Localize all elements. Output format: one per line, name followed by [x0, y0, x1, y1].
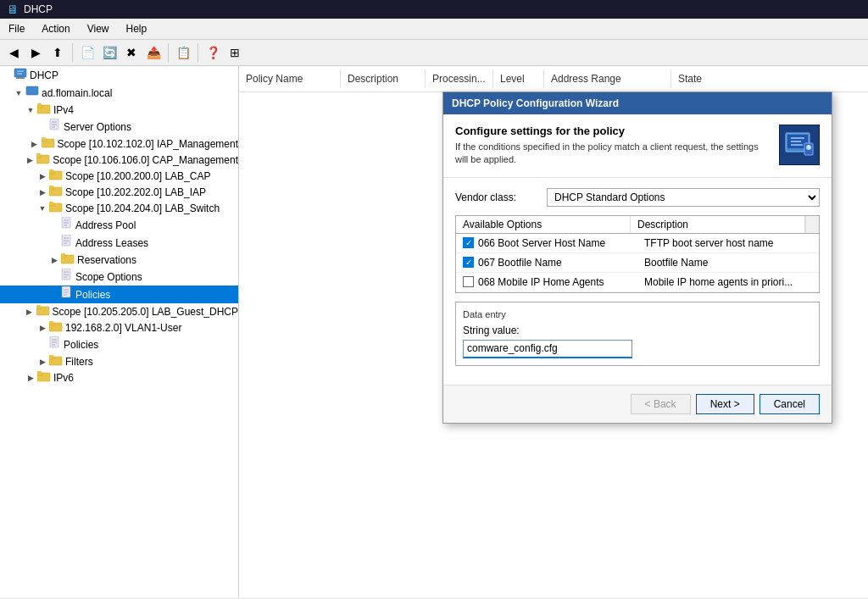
tb-forward[interactable]: ▶: [25, 42, 46, 63]
tree-item-scope4[interactable]: ▶Scope [10.202.202.0] LAB_IAP: [0, 184, 238, 200]
tree-item-scope7[interactable]: ▶192.168.2.0] VLAN1-User: [0, 319, 238, 336]
menu-action[interactable]: Action: [33, 20, 78, 37]
menu-help[interactable]: Help: [118, 20, 156, 37]
tree-item-filters[interactable]: ▶Filters: [0, 353, 238, 369]
vendor-class-select[interactable]: DHCP Standard Options: [547, 188, 820, 207]
expand-ipv6[interactable]: ▶: [24, 371, 37, 385]
tree-icon-scope7: [49, 320, 63, 335]
tree-item-addr-leases[interactable]: Address Leases: [0, 234, 238, 252]
options-table-header: Available Options Description: [456, 216, 819, 234]
svg-rect-14: [42, 137, 46, 140]
tree-item-scope6[interactable]: ▶Scope [10.205.205.0] LAB_Guest_DHCP: [0, 303, 238, 319]
tree-item-policies[interactable]: Policies: [0, 286, 238, 303]
wizard-title-bar: DHCP Policy Configuration Wizard: [443, 92, 832, 114]
tree-item-scope3[interactable]: ▶Scope [10.200.200.0] LAB_CAP: [0, 168, 238, 184]
option-checkbox-0[interactable]: ✓: [463, 237, 474, 248]
tree-item-scope1[interactable]: ▶Scope [10.102.102.0] IAP_Management: [0, 136, 238, 152]
menu-bar: File Action View Help: [0, 19, 868, 40]
app-icon: 🖥: [7, 3, 19, 16]
expand-reservations[interactable]: ▶: [47, 253, 61, 267]
svg-rect-23: [49, 186, 53, 188]
expand-scope2[interactable]: ▶: [23, 153, 36, 167]
expand-scope7[interactable]: ▶: [36, 321, 49, 335]
expand-scope1[interactable]: ▶: [28, 137, 42, 151]
expand-dhcp-root[interactable]: [0, 69, 14, 82]
option-desc-2: Mobile IP home agents in priori...: [637, 275, 819, 290]
expand-filters[interactable]: ▶: [36, 355, 49, 369]
col-state: State: [671, 69, 739, 88]
expand-addr-pool[interactable]: [47, 219, 61, 232]
option-checkbox-1[interactable]: ✓: [463, 257, 474, 268]
tree-label-scope4: Scope [10.202.202.0] LAB_IAP: [65, 186, 206, 198]
tree-icon-dhcp-root: [14, 67, 27, 83]
tb-cancel[interactable]: ✖: [121, 42, 142, 63]
tb-refresh[interactable]: 🔄: [99, 42, 120, 63]
expand-addr-leases[interactable]: [47, 236, 61, 250]
tree-label-policies2: Policies: [64, 339, 98, 351]
option-row-0[interactable]: ✓066 Boot Server Host NameTFTP boot serv…: [456, 234, 819, 253]
menu-view[interactable]: View: [79, 20, 118, 37]
tree-item-scope5[interactable]: ▼Scope [10.204.204.0] LAB_Switch: [0, 200, 238, 216]
option-row-1[interactable]: ✓067 Bootfile NameBootfile Name: [456, 253, 819, 273]
next-button[interactable]: Next >: [696, 394, 754, 414]
expand-ipv4[interactable]: ▼: [24, 103, 37, 117]
tree-label-scope5: Scope [10.204.204.0] LAB_Switch: [65, 202, 220, 214]
string-value-input[interactable]: [463, 340, 632, 358]
tb-back[interactable]: ◀: [3, 42, 24, 63]
wizard-header-subtitle: If the conditions specified in the polic…: [455, 141, 769, 167]
expand-scope-opts[interactable]: [47, 270, 61, 284]
expand-scope3[interactable]: ▶: [36, 169, 49, 183]
expand-scope6[interactable]: ▶: [23, 305, 36, 319]
tree-icon-addr-pool: [61, 217, 73, 233]
tb-grid[interactable]: ⊞: [225, 42, 245, 63]
svg-rect-1: [16, 77, 25, 79]
option-row-2[interactable]: 068 Mobile IP Home AgentsMobile IP home …: [456, 273, 819, 292]
tb-help[interactable]: ❓: [203, 42, 223, 63]
tree-item-dhcp-root[interactable]: DHCP: [0, 66, 238, 84]
cancel-button[interactable]: Cancel: [760, 394, 820, 414]
expand-policies[interactable]: [47, 288, 61, 302]
tree-label-ipv6: IPv6: [53, 372, 74, 384]
col-description: Description: [341, 69, 426, 88]
menu-file[interactable]: File: [0, 20, 33, 37]
tree-icon-server-opts: [49, 119, 61, 135]
tree-item-addr-pool[interactable]: Address Pool: [0, 216, 238, 234]
svg-rect-7: [37, 103, 42, 106]
expand-policies2[interactable]: [36, 338, 49, 352]
svg-rect-61: [37, 371, 42, 374]
tree-label-scope7: 192.168.2.0] VLAN1-User: [65, 322, 181, 334]
tb-doc[interactable]: 📄: [77, 42, 97, 63]
table-header: Policy NameDescriptionProcessin...LevelA…: [239, 66, 868, 92]
tree-item-policies2[interactable]: Policies: [0, 336, 238, 353]
tree-item-server-opts[interactable]: Server Options: [0, 118, 238, 136]
svg-rect-4: [26, 86, 38, 95]
tb-up[interactable]: ⬆: [47, 42, 68, 63]
tb-export[interactable]: 📤: [143, 42, 164, 63]
tree-item-scope-opts[interactable]: Scope Options: [0, 268, 238, 286]
expand-scope5[interactable]: ▼: [36, 202, 49, 215]
tree-label-domain: ad.flomain.local: [42, 87, 112, 99]
option-checkbox-2[interactable]: [463, 276, 474, 287]
wizard-header-title: Configure settings for the policy: [455, 125, 769, 137]
expand-scope4[interactable]: ▶: [36, 186, 49, 199]
expand-domain[interactable]: ▼: [12, 86, 25, 100]
tree-icon-policies2: [49, 336, 61, 352]
tree-item-ipv4[interactable]: ▼IPv4: [0, 102, 238, 118]
tree-icon-scope5: [49, 201, 63, 215]
tree-item-domain[interactable]: ▼ad.flomain.local: [0, 84, 238, 102]
option-desc-0: TFTP boot server host name: [637, 236, 819, 251]
tree-label-dhcp-root: DHCP: [30, 69, 58, 81]
tree-label-server-opts: Server Options: [64, 121, 131, 133]
tree-item-reservations[interactable]: ▶Reservations: [0, 252, 238, 268]
content-panel: Policy NameDescriptionProcessin...LevelA…: [239, 66, 868, 597]
tb-copy[interactable]: 📋: [173, 42, 193, 63]
option-desc-1: Bootfile Name: [637, 255, 819, 270]
wizard-dialog: DHCP Policy Configuration Wizard Configu…: [442, 92, 832, 424]
tree-item-ipv6[interactable]: ▶IPv6: [0, 369, 238, 385]
back-button[interactable]: < Back: [631, 394, 691, 414]
tree-label-scope2: Scope [10.106.106.0] CAP_Management: [53, 154, 238, 166]
tree-icon-reservations: [61, 252, 75, 267]
tree-item-scope2[interactable]: ▶Scope [10.106.106.0] CAP_Management: [0, 152, 238, 168]
col-policy-name: Policy Name: [239, 69, 341, 88]
expand-server-opts[interactable]: [36, 120, 49, 134]
